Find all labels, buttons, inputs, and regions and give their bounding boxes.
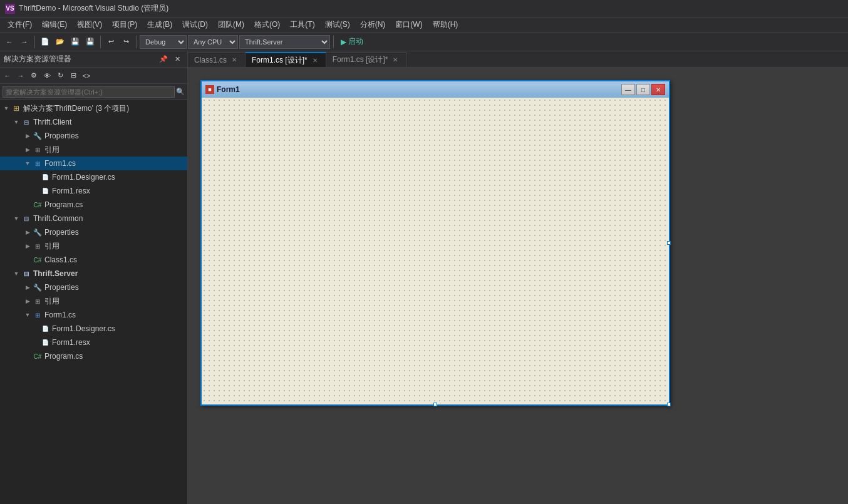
server-resx-icon: 📄 — [40, 337, 50, 347]
tree-common-properties[interactable]: ▶ 🔧 Properties — [0, 225, 187, 239]
client-designer-label: Form1.Designer.cs — [52, 173, 115, 182]
tree-server-resx[interactable]: 📄 Form1.resx — [0, 336, 187, 349]
tree-client-resx[interactable]: 📄 Form1.resx — [0, 184, 187, 198]
tree-thrift-server[interactable]: ▼ ⊟ Thrift.Server — [0, 267, 187, 280]
separator-4 — [333, 36, 334, 48]
tab-form1-design-active-label: Form1.cs [设计]* — [252, 55, 308, 66]
menu-item-F[interactable]: 文件(F) — [3, 18, 37, 31]
resize-handle-right-center[interactable] — [667, 241, 671, 245]
form-content[interactable] — [202, 98, 669, 404]
config-dropdown[interactable]: Debug Release — [140, 35, 187, 49]
menu-item-S[interactable]: 测试(S) — [320, 18, 355, 31]
se-properties-btn[interactable]: ⚙ — [28, 69, 40, 82]
editor-area: Class1.cs ✕ Form1.cs [设计]* ✕ Form1.cs [设… — [188, 51, 848, 504]
tree-client-program[interactable]: C# Program.cs — [0, 198, 187, 212]
undo-btn[interactable]: ↩ — [104, 35, 118, 49]
resize-handle-bottom-right[interactable] — [667, 403, 671, 406]
new-btn[interactable]: 📄 — [38, 35, 52, 49]
tree-thrift-common[interactable]: ▼ ⊟ Thrift.Common — [0, 212, 187, 225]
cpu-dropdown[interactable]: Any CPU x86 x64 — [188, 35, 238, 49]
tree-server-designer[interactable]: 📄 Form1.Designer.cs — [0, 322, 187, 336]
tree-root[interactable]: ▼ ⊞ 解决方案'ThriftDemo' (3 个项目) — [0, 101, 187, 115]
se-refresh-btn[interactable]: ↻ — [54, 69, 66, 82]
tree-client-ref[interactable]: ▶ ⊞ 引用 — [0, 143, 187, 157]
server-form1-label: Form1.cs — [44, 311, 76, 319]
tree-server-program[interactable]: C# Program.cs — [0, 349, 187, 363]
menu-item-O[interactable]: 格式(O) — [249, 18, 285, 31]
menu-item-H[interactable]: 帮助(H) — [428, 18, 463, 31]
se-tree: ▼ ⊞ 解决方案'ThriftDemo' (3 个项目) ▼ ⊟ Thrift.… — [0, 100, 187, 504]
menu-item-B[interactable]: 生成(B) — [142, 18, 177, 31]
tree-client-form1[interactable]: ▼ ⊞ Form1.cs — [0, 157, 187, 170]
form-restore-btn[interactable]: □ — [636, 84, 650, 95]
tree-server-ref[interactable]: ▶ ⊞ 引用 — [0, 294, 187, 308]
server-ref-icon: ⊞ — [33, 296, 43, 306]
play-icon: ▶ — [341, 38, 346, 46]
cref-expand: ▶ — [23, 145, 33, 155]
se-collapse-btn[interactable]: ⊟ — [67, 69, 80, 82]
server-ref-label: 引用 — [44, 296, 59, 307]
tree-common-class1[interactable]: C# Class1.cs — [0, 253, 187, 267]
client-properties-label: Properties — [44, 131, 79, 140]
tab-form1-design-active-close[interactable]: ✕ — [311, 56, 319, 64]
se-header-title: 解决方案资源管理器 — [4, 54, 71, 64]
server-designer-icon: 📄 — [40, 324, 50, 334]
menu-item-E[interactable]: 编辑(E) — [37, 18, 72, 31]
redo-btn[interactable]: ↪ — [119, 35, 133, 49]
tree-server-form1[interactable]: ▼ ⊞ Form1.cs — [0, 308, 187, 322]
root-label: 解决方案'ThriftDemo' (3 个项目) — [23, 103, 129, 114]
forward-btn[interactable]: → — [18, 35, 31, 49]
menu-item-M[interactable]: 团队(M) — [213, 18, 249, 31]
resize-handle-bottom-center[interactable] — [433, 403, 437, 406]
tab-form1-design2[interactable]: Form1.cs [设计]* ✕ — [326, 52, 407, 67]
se-forward-btn[interactable]: → — [14, 69, 27, 82]
separator-2 — [100, 36, 101, 48]
form-minimize-btn[interactable]: — — [621, 84, 635, 95]
menu-item-N[interactable]: 分析(N) — [355, 18, 391, 31]
start-button[interactable]: ▶ 启动 — [337, 36, 367, 47]
common-label: Thrift.Common — [33, 214, 83, 223]
menu-item-W[interactable]: 窗口(W) — [390, 18, 427, 31]
client-form1-label: Form1.cs — [44, 159, 76, 168]
se-close-btn[interactable]: ✕ — [171, 53, 184, 66]
comcls-expand — [23, 255, 33, 265]
start-label: 启动 — [348, 36, 363, 47]
title-text: ThriftDemo - Microsoft Visual Studio (管理… — [19, 3, 168, 14]
vs-logo: VS — [5, 4, 15, 14]
form-close-btn[interactable]: ✕ — [651, 84, 665, 95]
se-pin-btn[interactable]: 📌 — [157, 53, 170, 66]
menu-item-D[interactable]: 调试(D) — [177, 18, 213, 31]
client-program-label: Program.cs — [44, 200, 83, 209]
sdes-expand — [35, 324, 40, 334]
se-search-input[interactable] — [3, 86, 175, 98]
se-back-btn[interactable]: ← — [1, 69, 14, 82]
save-btn[interactable]: 💾 — [68, 35, 82, 49]
tree-thrift-client[interactable]: ▼ ⊟ Thrift.Client — [0, 115, 187, 129]
tab-form1-design-active[interactable]: Form1.cs [设计]* ✕ — [246, 52, 326, 67]
form-title-bar: ■ Form1 — □ ✕ — [202, 81, 669, 98]
tree-client-properties[interactable]: ▶ 🔧 Properties — [0, 129, 187, 143]
server-designer-label: Form1.Designer.cs — [52, 324, 115, 333]
design-canvas[interactable]: ■ Form1 — □ ✕ — [188, 68, 848, 504]
tab-form1-design2-close[interactable]: ✕ — [391, 56, 400, 64]
back-btn[interactable]: ← — [3, 35, 16, 49]
menu-item-V[interactable]: 视图(V) — [72, 18, 107, 31]
startup-dropdown[interactable]: Thrift.Server Thrift.Client Thrift.Commo… — [239, 35, 330, 49]
tree-client-designer[interactable]: 📄 Form1.Designer.cs — [0, 170, 187, 184]
comprop-expand: ▶ — [23, 227, 33, 237]
menu-bar: 文件(F)编辑(E)视图(V)项目(P)生成(B)调试(D)团队(M)格式(O)… — [0, 18, 848, 33]
open-btn[interactable]: 📂 — [53, 35, 67, 49]
tab-class1[interactable]: Class1.cs ✕ — [188, 52, 246, 67]
server-properties-label: Properties — [44, 283, 79, 292]
sform-expand: ▼ — [23, 310, 33, 320]
tree-common-ref[interactable]: ▶ ⊞ 引用 — [0, 239, 187, 253]
save-all-btn[interactable]: 💾 — [83, 35, 97, 49]
menu-item-T[interactable]: 工具(T) — [285, 18, 319, 31]
search-icon[interactable]: 🔍 — [176, 88, 185, 96]
se-search: 🔍 — [0, 84, 187, 100]
tab-class1-close[interactable]: ✕ — [230, 56, 239, 64]
se-show-all-btn[interactable]: 👁 — [41, 69, 53, 82]
tree-server-properties[interactable]: ▶ 🔧 Properties — [0, 280, 187, 294]
se-code-btn[interactable]: <> — [80, 69, 93, 82]
menu-item-P[interactable]: 项目(P) — [107, 18, 142, 31]
